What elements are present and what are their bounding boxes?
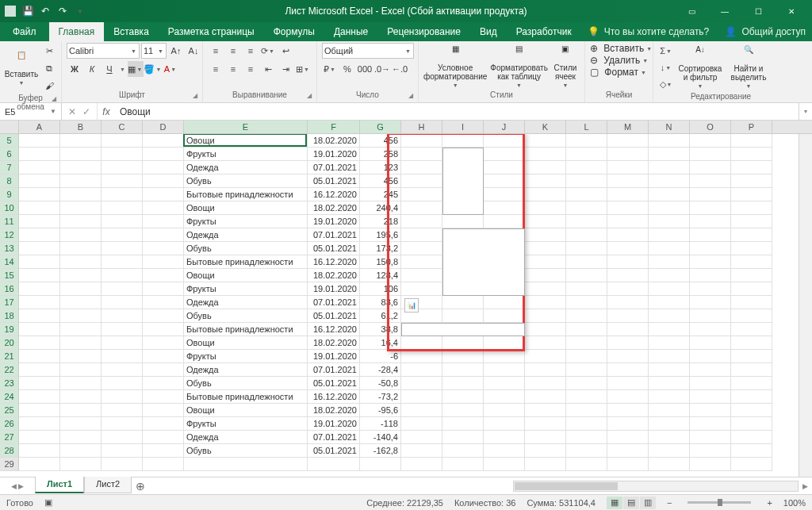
cell[interactable] (143, 323, 184, 336)
cell[interactable] (607, 309, 649, 323)
cell[interactable] (484, 161, 525, 174)
cell[interactable] (60, 350, 102, 363)
cell[interactable]: 19.01.2020 (308, 417, 360, 431)
cell[interactable]: 19.01.2020 (308, 282, 360, 296)
cell[interactable]: -162,8 (360, 444, 401, 458)
percent-icon[interactable]: % (339, 61, 355, 77)
cell[interactable] (19, 201, 60, 215)
cell[interactable] (184, 458, 308, 471)
cell[interactable] (401, 377, 442, 390)
cell[interactable] (401, 350, 442, 363)
cell[interactable] (649, 242, 690, 255)
cell[interactable] (442, 444, 484, 458)
cell[interactable] (60, 134, 102, 148)
zoom-slider[interactable] (688, 501, 751, 504)
cell[interactable] (484, 350, 525, 363)
cell[interactable] (143, 350, 184, 363)
cell[interactable] (60, 336, 102, 350)
cell[interactable] (401, 134, 442, 148)
row-header[interactable]: 21 (0, 350, 19, 363)
cell[interactable]: 18.02.2020 (308, 201, 360, 215)
cell[interactable] (690, 134, 731, 148)
cell[interactable] (525, 201, 566, 215)
row-header[interactable]: 28 (0, 444, 19, 458)
cell[interactable] (143, 269, 184, 282)
cell[interactable] (60, 309, 102, 323)
cell[interactable] (19, 296, 60, 309)
cell[interactable] (484, 377, 525, 390)
cell[interactable] (731, 309, 772, 323)
row-header[interactable]: 26 (0, 417, 19, 431)
fx-icon[interactable]: fx (98, 103, 115, 120)
clear-icon[interactable]: ◇▼ (658, 76, 674, 92)
cell[interactable] (401, 269, 442, 282)
cell[interactable] (401, 404, 442, 417)
cell[interactable] (442, 404, 484, 417)
cell[interactable] (19, 242, 60, 255)
col-header-A[interactable]: A (19, 121, 60, 133)
cell[interactable] (525, 215, 566, 228)
cell[interactable] (607, 377, 649, 390)
cell[interactable] (484, 390, 525, 404)
cell[interactable] (690, 431, 731, 444)
cell[interactable] (60, 161, 102, 174)
cell[interactable] (60, 444, 102, 458)
font-color-button[interactable]: A▼ (163, 61, 178, 77)
cell[interactable] (690, 377, 731, 390)
cell[interactable] (690, 404, 731, 417)
cell[interactable] (731, 296, 772, 309)
tab-page-layout[interactable]: Разметка страницы (159, 22, 264, 41)
scroll-right-icon[interactable]: ▶ (799, 482, 812, 490)
cell[interactable] (60, 215, 102, 228)
cell[interactable]: Бытовые принадлежности (184, 390, 308, 404)
cell[interactable] (143, 148, 184, 161)
cell[interactable] (566, 134, 607, 148)
cell[interactable] (102, 296, 143, 309)
cell[interactable]: Фрукты (184, 148, 308, 161)
alignment-launcher-icon[interactable]: ◢ (304, 92, 314, 102)
cell[interactable] (525, 161, 566, 174)
cell[interactable] (102, 269, 143, 282)
cell[interactable] (690, 323, 731, 336)
cell[interactable] (102, 228, 143, 242)
cell[interactable] (690, 336, 731, 350)
cell[interactable] (690, 269, 731, 282)
font-size-combo[interactable]: 11▼ (141, 43, 167, 59)
cell[interactable] (690, 228, 731, 242)
cell[interactable] (60, 363, 102, 377)
cell[interactable]: 83,6 (360, 296, 401, 309)
col-header-O[interactable]: O (690, 121, 731, 133)
cell[interactable]: 16,4 (360, 336, 401, 350)
cell[interactable] (60, 282, 102, 296)
cell[interactable] (401, 161, 442, 174)
cell[interactable] (19, 444, 60, 458)
cell[interactable]: 07.01.2021 (308, 431, 360, 444)
cell[interactable] (731, 215, 772, 228)
cell[interactable] (525, 309, 566, 323)
font-name-combo[interactable]: Calibri▼ (67, 43, 140, 59)
cell[interactable] (731, 444, 772, 458)
col-header-L[interactable]: L (566, 121, 607, 133)
cell[interactable] (607, 215, 649, 228)
cell[interactable] (60, 201, 102, 215)
cell[interactable] (690, 458, 731, 471)
cell[interactable] (60, 377, 102, 390)
orientation-icon[interactable]: ⟳▼ (260, 43, 276, 59)
align-middle-icon[interactable]: ≡ (225, 43, 241, 59)
cell[interactable]: 18.02.2020 (308, 269, 360, 282)
cell[interactable] (484, 134, 525, 148)
row-header[interactable]: 25 (0, 404, 19, 417)
cell[interactable] (525, 174, 566, 188)
cell[interactable] (19, 458, 60, 471)
italic-button[interactable]: К (84, 61, 100, 77)
cell[interactable] (525, 269, 566, 282)
cell[interactable] (19, 309, 60, 323)
cell[interactable] (442, 377, 484, 390)
cell[interactable] (649, 201, 690, 215)
cell[interactable]: -95,6 (360, 404, 401, 417)
cell[interactable] (649, 417, 690, 431)
cell[interactable] (401, 417, 442, 431)
row-header[interactable]: 14 (0, 255, 19, 269)
cell[interactable]: 05.01.2021 (308, 174, 360, 188)
cell[interactable] (19, 390, 60, 404)
